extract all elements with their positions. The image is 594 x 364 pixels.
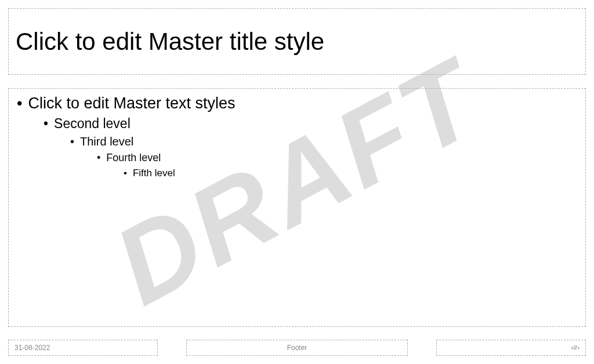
footer-number-text: ‹#›	[571, 344, 579, 352]
bullet-level-2: Second level	[44, 116, 577, 132]
master-title-text: Click to edit Master title style	[16, 28, 324, 56]
master-content-placeholder[interactable]: Click to edit Master text styles Second …	[8, 88, 586, 327]
footer-date-text: 31-08-2022	[15, 344, 50, 352]
bullet-level-1: Click to edit Master text styles	[17, 94, 577, 112]
footer-date-placeholder[interactable]: 31-08-2022	[8, 340, 158, 356]
bullet-level-5: Fifth level	[124, 168, 577, 179]
footer-center-text: Footer	[287, 344, 307, 352]
bullet-level-3: Third level	[70, 135, 577, 148]
footer-center-placeholder[interactable]: Footer	[186, 340, 408, 356]
bullet-level-4: Fourth level	[97, 152, 577, 164]
master-title-placeholder[interactable]: Click to edit Master title style	[8, 8, 586, 75]
footer-slide-number-placeholder[interactable]: ‹#›	[436, 340, 586, 356]
